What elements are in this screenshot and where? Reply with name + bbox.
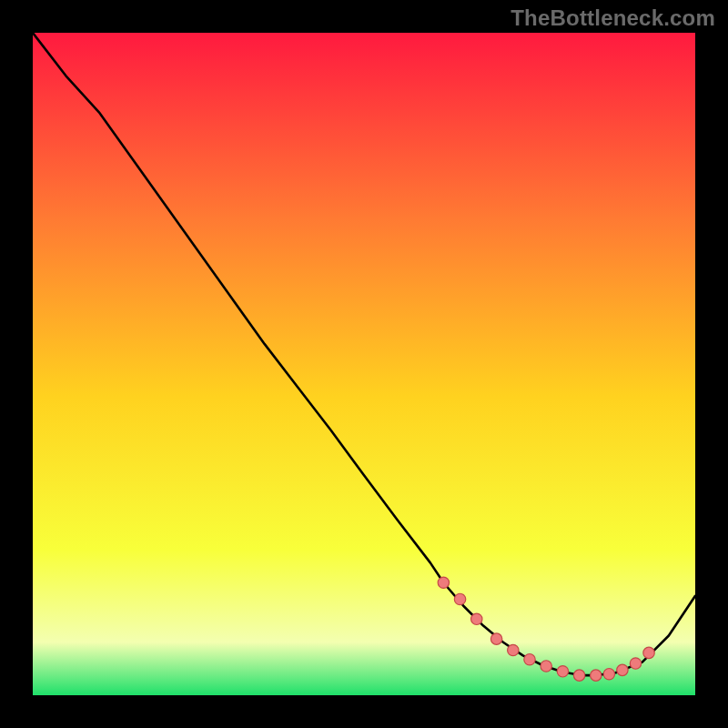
marker-point [454, 593, 465, 604]
marker-point [438, 577, 449, 588]
chart-frame: TheBottleneck.com [0, 0, 728, 728]
gradient-background [33, 33, 695, 695]
marker-point [524, 653, 535, 664]
marker-point [630, 658, 641, 669]
marker-point [490, 633, 501, 644]
marker-point [643, 647, 654, 658]
plot-area [33, 33, 695, 695]
marker-point [471, 613, 482, 624]
marker-point [573, 670, 584, 681]
marker-point [508, 644, 519, 655]
chart-svg [33, 33, 695, 695]
marker-point [557, 666, 568, 677]
marker-point [603, 669, 614, 680]
marker-point [617, 664, 628, 675]
marker-point [591, 670, 602, 681]
marker-point [541, 661, 551, 672]
watermark-text: TheBottleneck.com [511, 5, 715, 31]
